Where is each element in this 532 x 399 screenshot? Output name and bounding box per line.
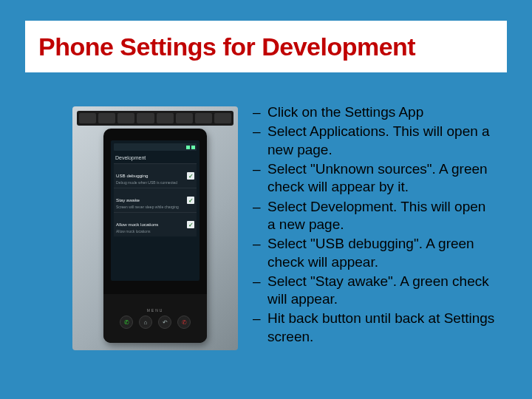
phone-image-area: Development USB debugging Debug mode whe… [0, 103, 251, 384]
back-button-icon: ↶ [158, 316, 171, 329]
row-label: USB debugging [116, 173, 148, 178]
screen-title: Development [114, 154, 197, 163]
call-button-icon: ✆ [120, 316, 133, 329]
menu-label: MENU [147, 308, 164, 313]
content-area: Development USB debugging Debug mode whe… [0, 103, 532, 384]
checkbox-icon: ✓ [187, 197, 194, 204]
bullet-item: Select "Unknown sources". A green check … [251, 160, 495, 197]
bullet-item: Click on the Settings App [251, 103, 495, 121]
row-sub: Screen will never sleep while charging [116, 205, 179, 209]
phone-body: Development USB debugging Debug mode whe… [103, 129, 207, 343]
keyboard-strip [77, 111, 233, 126]
hardware-buttons: ✆ ⌂ ↶ ✆ [120, 316, 191, 329]
phone-photo: Development USB debugging Debug mode whe… [72, 106, 238, 350]
bullet-list: Click on the Settings App Select Applica… [251, 103, 517, 384]
bullet-item: Select "USB debugging". A green check wi… [251, 235, 495, 271]
bullet-item: Hit back button until back at Settings s… [251, 310, 495, 346]
phone-chin: MENU ✆ ⌂ ↶ ✆ [103, 294, 207, 343]
slide: Phone Settings for Development Developme… [0, 0, 532, 399]
setting-row-stay-awake: Stay awake Screen will never sleep while… [114, 188, 197, 212]
row-label: Stay awake [116, 197, 140, 202]
checkbox-icon: ✓ [187, 221, 194, 228]
setting-row-mock-locations: Allow mock locations Allow mock location… [114, 212, 197, 236]
setting-row-usb-debugging: USB debugging Debug mode when USB is con… [114, 163, 197, 188]
row-sub: Debug mode when USB is connected [116, 180, 177, 185]
status-bar [114, 143, 197, 151]
bullet-item: Select Applications. This will open a ne… [251, 123, 495, 159]
home-button-icon: ⌂ [139, 316, 152, 329]
row-label: Allow mock locations [116, 222, 158, 227]
title-box: Phone Settings for Development [25, 21, 507, 72]
phone-screen: Development USB debugging Debug mode whe… [111, 140, 200, 281]
row-sub: Allow mock locations [116, 229, 158, 233]
checkbox-icon: ✓ [187, 172, 194, 180]
bullet-item: Select "Stay awake". A green check will … [251, 273, 495, 309]
bullet-item: Select Development. This will open a new… [251, 198, 495, 234]
end-button-icon: ✆ [177, 316, 191, 329]
slide-title: Phone Settings for Development [38, 33, 415, 61]
